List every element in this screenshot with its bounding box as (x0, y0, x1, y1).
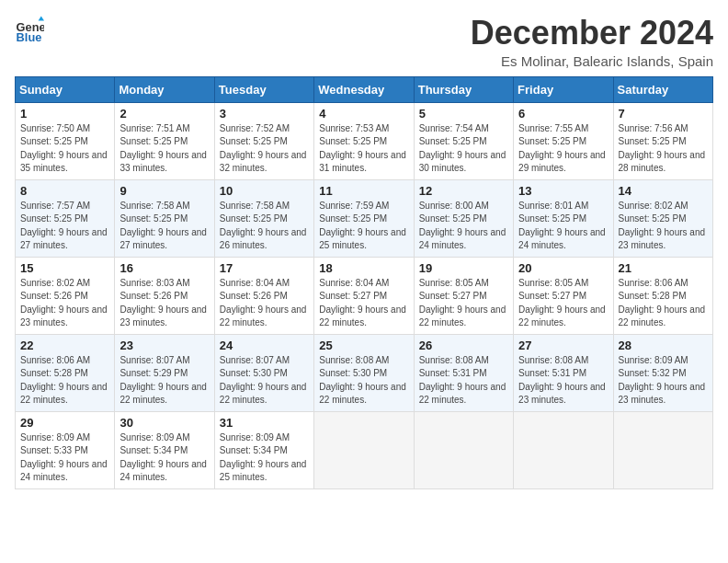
day-info: Sunrise: 7:54 AMSunset: 5:25 PMDaylight:… (419, 123, 506, 174)
day-info: Sunrise: 8:02 AMSunset: 5:25 PMDaylight:… (619, 201, 706, 251)
day-number: 22 (20, 339, 109, 352)
table-row: 11 Sunrise: 7:59 AMSunset: 5:25 PMDaylig… (314, 179, 414, 257)
day-info: Sunrise: 8:06 AMSunset: 5:28 PMDaylight:… (619, 278, 706, 328)
day-number: 28 (619, 339, 708, 352)
table-row (514, 411, 613, 488)
day-number: 27 (518, 339, 608, 352)
day-number: 7 (619, 107, 708, 121)
day-info: Sunrise: 7:56 AMSunset: 5:25 PMDaylight:… (619, 123, 706, 174)
day-info: Sunrise: 8:01 AMSunset: 5:25 PMDaylight:… (518, 201, 606, 251)
day-number: 9 (119, 184, 209, 198)
day-number: 19 (419, 261, 508, 275)
day-number: 24 (220, 339, 309, 352)
day-info: Sunrise: 7:58 AMSunset: 5:25 PMDaylight:… (220, 201, 307, 251)
col-wednesday: Wednesday (314, 76, 414, 102)
table-row (414, 411, 513, 488)
day-info: Sunrise: 8:07 AMSunset: 5:29 PMDaylight:… (119, 355, 207, 406)
day-info: Sunrise: 8:00 AMSunset: 5:25 PMDaylight:… (419, 201, 506, 251)
day-number: 12 (419, 184, 508, 198)
table-row: 21 Sunrise: 8:06 AMSunset: 5:28 PMDaylig… (613, 257, 712, 334)
day-info: Sunrise: 7:52 AMSunset: 5:25 PMDaylight:… (220, 123, 307, 174)
day-number: 14 (619, 184, 708, 198)
logo: General Blue (15, 15, 44, 44)
table-row: 22 Sunrise: 8:06 AMSunset: 5:28 PMDaylig… (16, 334, 115, 411)
calendar-header-row: Sunday Monday Tuesday Wednesday Thursday… (16, 76, 713, 102)
day-number: 11 (319, 184, 408, 198)
table-row: 12 Sunrise: 8:00 AMSunset: 5:25 PMDaylig… (414, 179, 513, 257)
table-row: 30 Sunrise: 8:09 AMSunset: 5:34 PMDaylig… (115, 411, 214, 488)
day-info: Sunrise: 8:08 AMSunset: 5:30 PMDaylight:… (319, 355, 406, 406)
day-number: 10 (220, 184, 309, 198)
table-row: 18 Sunrise: 8:04 AMSunset: 5:27 PMDaylig… (314, 257, 414, 334)
table-row: 5 Sunrise: 7:54 AMSunset: 5:25 PMDayligh… (414, 102, 513, 179)
day-info: Sunrise: 7:57 AMSunset: 5:25 PMDaylight:… (20, 201, 108, 251)
day-info: Sunrise: 8:09 AMSunset: 5:32 PMDaylight:… (619, 355, 706, 406)
day-info: Sunrise: 8:08 AMSunset: 5:31 PMDaylight:… (419, 355, 506, 406)
day-number: 3 (220, 107, 309, 121)
table-row: 26 Sunrise: 8:08 AMSunset: 5:31 PMDaylig… (414, 334, 513, 411)
table-row: 10 Sunrise: 7:58 AMSunset: 5:25 PMDaylig… (214, 179, 313, 257)
logo-icon: General Blue (15, 15, 44, 44)
table-row: 9 Sunrise: 7:58 AMSunset: 5:25 PMDayligh… (115, 179, 214, 257)
table-row: 20 Sunrise: 8:05 AMSunset: 5:27 PMDaylig… (514, 257, 613, 334)
table-row: 3 Sunrise: 7:52 AMSunset: 5:25 PMDayligh… (214, 102, 313, 179)
calendar-week-row: 1 Sunrise: 7:50 AMSunset: 5:25 PMDayligh… (16, 102, 713, 179)
col-sunday: Sunday (16, 76, 115, 102)
day-info: Sunrise: 8:04 AMSunset: 5:27 PMDaylight:… (319, 278, 406, 328)
page-header: General Blue December 2024 Es Molinar, B… (15, 15, 713, 69)
day-info: Sunrise: 8:05 AMSunset: 5:27 PMDaylight:… (419, 278, 506, 328)
col-thursday: Thursday (414, 76, 513, 102)
day-number: 29 (20, 416, 109, 430)
day-info: Sunrise: 8:07 AMSunset: 5:30 PMDaylight:… (220, 355, 307, 406)
day-info: Sunrise: 8:03 AMSunset: 5:26 PMDaylight:… (119, 278, 207, 328)
day-info: Sunrise: 8:02 AMSunset: 5:26 PMDaylight:… (20, 278, 108, 328)
day-number: 17 (220, 261, 309, 275)
table-row: 23 Sunrise: 8:07 AMSunset: 5:29 PMDaylig… (115, 334, 214, 411)
location: Es Molinar, Balearic Islands, Spain (471, 53, 713, 69)
day-number: 1 (20, 107, 109, 121)
day-info: Sunrise: 7:50 AMSunset: 5:25 PMDaylight:… (20, 123, 108, 174)
table-row: 4 Sunrise: 7:53 AMSunset: 5:25 PMDayligh… (314, 102, 414, 179)
calendar-week-row: 15 Sunrise: 8:02 AMSunset: 5:26 PMDaylig… (16, 257, 713, 334)
table-row: 16 Sunrise: 8:03 AMSunset: 5:26 PMDaylig… (115, 257, 214, 334)
day-number: 8 (20, 184, 109, 198)
day-number: 20 (518, 261, 608, 275)
day-info: Sunrise: 7:53 AMSunset: 5:25 PMDaylight:… (319, 123, 406, 174)
table-row: 7 Sunrise: 7:56 AMSunset: 5:25 PMDayligh… (613, 102, 712, 179)
table-row: 14 Sunrise: 8:02 AMSunset: 5:25 PMDaylig… (613, 179, 712, 257)
calendar-table: Sunday Monday Tuesday Wednesday Thursday… (15, 76, 713, 489)
table-row: 13 Sunrise: 8:01 AMSunset: 5:25 PMDaylig… (514, 179, 613, 257)
month-title: December 2024 (471, 15, 713, 52)
day-number: 13 (518, 184, 608, 198)
day-number: 15 (20, 261, 109, 275)
day-info: Sunrise: 8:09 AMSunset: 5:34 PMDaylight:… (220, 432, 307, 483)
day-info: Sunrise: 8:04 AMSunset: 5:26 PMDaylight:… (220, 278, 307, 328)
table-row: 15 Sunrise: 8:02 AMSunset: 5:26 PMDaylig… (16, 257, 115, 334)
day-info: Sunrise: 8:09 AMSunset: 5:33 PMDaylight:… (20, 432, 108, 483)
day-number: 26 (419, 339, 508, 352)
day-info: Sunrise: 8:08 AMSunset: 5:31 PMDaylight:… (518, 355, 606, 406)
table-row: 1 Sunrise: 7:50 AMSunset: 5:25 PMDayligh… (16, 102, 115, 179)
calendar-week-row: 8 Sunrise: 7:57 AMSunset: 5:25 PMDayligh… (16, 179, 713, 257)
calendar-week-row: 22 Sunrise: 8:06 AMSunset: 5:28 PMDaylig… (16, 334, 713, 411)
col-monday: Monday (115, 76, 214, 102)
day-number: 16 (119, 261, 209, 275)
day-number: 4 (319, 107, 408, 121)
day-info: Sunrise: 8:06 AMSunset: 5:28 PMDaylight:… (20, 355, 108, 406)
table-row (314, 411, 414, 488)
day-number: 31 (220, 416, 309, 430)
svg-text:Blue: Blue (17, 30, 42, 44)
table-row: 29 Sunrise: 8:09 AMSunset: 5:33 PMDaylig… (16, 411, 115, 488)
table-row: 17 Sunrise: 8:04 AMSunset: 5:26 PMDaylig… (214, 257, 313, 334)
day-info: Sunrise: 7:59 AMSunset: 5:25 PMDaylight:… (319, 201, 406, 251)
day-number: 30 (119, 416, 209, 430)
day-number: 5 (419, 107, 508, 121)
day-number: 6 (518, 107, 608, 121)
day-number: 23 (119, 339, 209, 352)
table-row: 2 Sunrise: 7:51 AMSunset: 5:25 PMDayligh… (115, 102, 214, 179)
day-info: Sunrise: 8:05 AMSunset: 5:27 PMDaylight:… (518, 278, 606, 328)
col-friday: Friday (514, 76, 613, 102)
col-saturday: Saturday (613, 76, 712, 102)
day-info: Sunrise: 7:55 AMSunset: 5:25 PMDaylight:… (518, 123, 606, 174)
day-number: 21 (619, 261, 708, 275)
